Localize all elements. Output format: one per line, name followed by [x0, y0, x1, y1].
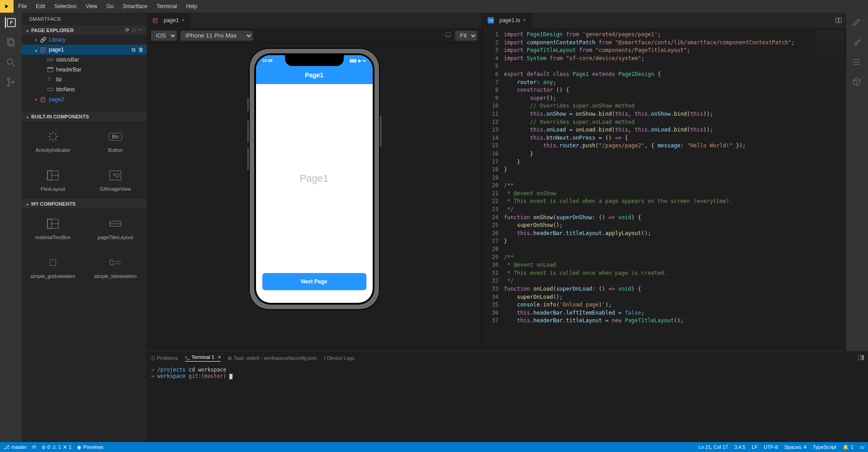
section-page-explorer[interactable]: ⌄ PAGE EXPLORER ⟳ □ ⋯ [22, 25, 147, 35]
link-icon: 🔗 [40, 37, 46, 43]
section-builtin-components[interactable]: ⌄ BUILT-IN COMPONENTS [22, 112, 147, 121]
phone-label[interactable]: Page1 [300, 173, 329, 184]
close-icon[interactable]: × [181, 17, 185, 24]
menu-file[interactable]: File [14, 0, 31, 13]
new-file-icon[interactable]: □ [132, 27, 135, 33]
tab-page1-ts[interactable]: TS page1.ts × [482, 13, 532, 28]
os-select[interactable]: iOS [151, 31, 177, 41]
zoom-select[interactable]: Fit [455, 31, 477, 41]
materialTextBox-icon [47, 216, 59, 232]
menu-smartface[interactable]: Smartface [118, 0, 152, 13]
sb-previews[interactable]: ◉Previews [77, 444, 104, 450]
menu-edit[interactable]: Edit [31, 0, 50, 13]
sidebar-title: SMARTFACE [22, 13, 147, 25]
menu-terminal[interactable]: Terminal [152, 0, 181, 13]
phone-body[interactable]: Page1 [256, 84, 373, 273]
search-icon[interactable] [5, 57, 16, 68]
menu-help[interactable]: Help [181, 0, 202, 13]
component-simple_gridviewitem[interactable]: simple_gridviewitem [22, 247, 84, 286]
sb-sync[interactable]: ⟳ [32, 444, 36, 450]
menu-go[interactable]: Go [102, 0, 118, 13]
section-my-components[interactable]: ⌄ MY COMPONENTS [22, 199, 147, 208]
component-materialTextBox[interactable]: materialTextBox [22, 208, 84, 247]
maximize-panel-icon[interactable] [858, 356, 864, 362]
sb-problems[interactable]: ⊘0 ⚠1 ✕1 [42, 444, 71, 450]
phone-header-bar[interactable]: Page1 [256, 66, 373, 84]
phone-next-button[interactable]: Next Page [262, 273, 366, 290]
GifImageView-icon [109, 167, 122, 184]
tree-item-statusBar[interactable]: statusBar [22, 55, 147, 65]
menu-selection[interactable]: Selection [50, 0, 81, 13]
svg-rect-3 [9, 40, 14, 46]
preview-icon[interactable] [445, 32, 451, 39]
smartface-view-icon[interactable]: P [5, 17, 16, 28]
more-icon[interactable]: ⋯ [138, 27, 143, 33]
component-GifImageView[interactable]: GifImageView [84, 160, 147, 199]
sb-version[interactable]: 3.4.5 [735, 444, 745, 450]
refresh-icon[interactable]: ⟳ [125, 27, 129, 33]
panel-tab-task[interactable]: ⧉Task: watch - workspace/tsconfig.json [228, 355, 317, 361]
svg-rect-13 [47, 88, 53, 91]
sb-encoding[interactable]: UTF-8 [764, 444, 778, 450]
component-FlexLayout[interactable]: FlexLayout [22, 160, 84, 199]
editor-tabs: TS page1.ts × [482, 13, 846, 28]
panel-tab-problems[interactable]: ⓘProblems [150, 355, 178, 362]
minimap[interactable] [816, 31, 844, 67]
chevron-down-icon: ⌄ [25, 201, 29, 207]
sb-eol[interactable]: LF [752, 444, 758, 450]
component-simple_listviewitem[interactable]: simple_listviewitem [84, 247, 147, 286]
sb-position[interactable]: Ln 21, Col 17 [698, 444, 728, 450]
tree-item-btnNext[interactable]: btnNext [22, 85, 147, 94]
sb-language[interactable]: TypeScript [813, 444, 836, 450]
source-control-icon[interactable] [5, 77, 16, 88]
split-editor-icon[interactable] [831, 13, 846, 28]
app-logo[interactable] [0, 0, 14, 13]
designer-canvas[interactable]: 10:58 ▮▮▮ ◈ ▭ Page1 [147, 43, 482, 351]
sb-notifications[interactable]: 🔔1 [843, 444, 854, 450]
svg-point-8 [12, 81, 14, 83]
ActivityIndicator-icon [47, 128, 59, 145]
terminal-icon: ›_ [185, 354, 190, 360]
brush-icon[interactable] [852, 37, 863, 48]
svg-rect-29 [47, 219, 52, 229]
status-icons: ▮▮▮ ◈ ▭ [350, 58, 366, 63]
tree-item-lbl[interactable]: Tlbl [22, 75, 147, 85]
edit-pencil-icon[interactable] [852, 17, 863, 28]
close-icon[interactable]: × [523, 17, 526, 24]
cube-icon[interactable] [852, 77, 863, 88]
menu-view[interactable]: View [81, 0, 102, 13]
tab-page1[interactable]: P page1 × [147, 13, 190, 28]
panel-tab-terminal[interactable]: ›_Terminal 1 × [185, 354, 221, 362]
close-icon[interactable]: × [218, 354, 221, 360]
wifi-icon: ◈ [358, 58, 361, 63]
sb-indent[interactable]: Spaces: 4 [784, 444, 806, 450]
FlexLayout-icon [47, 167, 59, 184]
delete-icon[interactable]: 🗑 [138, 47, 144, 53]
list-icon[interactable] [852, 57, 863, 68]
explorer-icon[interactable] [5, 37, 16, 48]
info-icon: i [324, 355, 325, 361]
svg-point-4 [7, 59, 13, 64]
svg-point-26 [113, 174, 115, 175]
component-icon [47, 86, 53, 93]
component-pageTitleLayout[interactable]: pageTitleLayout [84, 208, 147, 247]
ts-file-icon: TS [488, 17, 494, 24]
tree-item-page2[interactable]: › P page2 [22, 94, 147, 104]
sb-branch[interactable]: ⎇master [4, 444, 27, 450]
code-editor[interactable]: 1234567891011121314151617181920212223242… [482, 28, 846, 351]
svg-line-18 [49, 133, 51, 134]
eye-icon: ◉ [77, 444, 81, 450]
device-select[interactable]: iPhone 11 Pro Max [180, 31, 253, 41]
sb-layout[interactable]: ▭ [860, 444, 864, 450]
menubar: FileEditSelectionViewGoSmartfaceTerminal… [0, 0, 868, 13]
tree-item-headerBar[interactable]: headerBar [22, 65, 147, 75]
copy-icon[interactable]: ⧉ [132, 47, 136, 53]
terminal-body[interactable]: → /projects cd workspace → workspace git… [147, 365, 868, 442]
panel-tab-devicelogs[interactable]: iDevice Logs [324, 355, 354, 361]
tree-item-library[interactable]: › 🔗 Library [22, 35, 147, 45]
designer-toolbar: iOS iPhone 11 Pro Max Fit [147, 28, 482, 43]
component-ActivityIndicator[interactable]: ActivityIndicator [22, 121, 84, 160]
component-Button[interactable]: BtnButton [84, 121, 147, 160]
tree-item-page1[interactable]: ⌄ P page1 ⧉ 🗑 [22, 45, 147, 55]
branch-icon: ⎇ [4, 444, 9, 450]
